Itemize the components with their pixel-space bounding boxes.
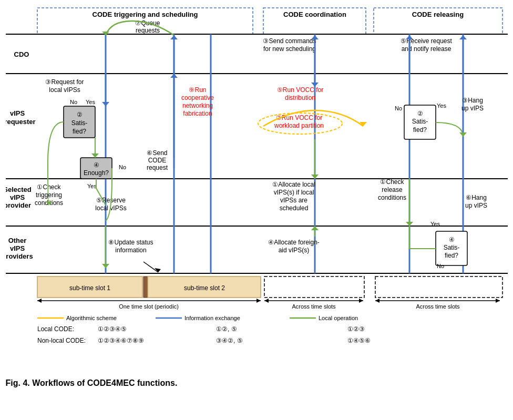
svg-text:①②, ⑤: ①②, ⑤: [216, 325, 237, 333]
svg-text:①Check: ①Check: [380, 178, 404, 186]
svg-text:①②③④⑤: ①②③④⑤: [98, 325, 127, 333]
svg-text:Yes: Yes: [86, 99, 95, 105]
svg-text:No: No: [119, 164, 126, 170]
svg-text:No: No: [395, 105, 402, 111]
svg-text:Across time slots: Across time slots: [292, 303, 336, 310]
svg-text:networking: networking: [182, 102, 212, 109]
diagram-svg: CODE triggering and scheduling CODE coor…: [6, 5, 508, 373]
svg-text:No: No: [70, 99, 77, 105]
svg-text:CODE coordination: CODE coordination: [283, 11, 346, 18]
svg-text:Satis-: Satis-: [443, 244, 459, 251]
svg-text:fied?: fied?: [72, 128, 86, 135]
svg-text:①②③④⑥⑦⑧⑨: ①②③④⑥⑦⑧⑨: [98, 337, 144, 344]
svg-text:②: ②: [76, 111, 82, 118]
svg-text:Information exchange: Information exchange: [184, 315, 240, 321]
svg-text:Yes: Yes: [87, 183, 97, 189]
svg-text:sub-time slot 2: sub-time slot 2: [183, 284, 224, 292]
svg-text:①Allocate local: ①Allocate local: [272, 181, 315, 188]
svg-text:①②③: ①②③: [347, 325, 365, 333]
svg-text:Enough?: Enough?: [83, 169, 108, 177]
svg-text:⑥Hang: ⑥Hang: [466, 194, 487, 201]
svg-text:request: request: [146, 164, 168, 171]
svg-text:sub-time slot 1: sub-time slot 1: [69, 284, 110, 292]
svg-text:①④⑤⑥: ①④⑤⑥: [347, 337, 371, 344]
svg-text:③Hang: ③Hang: [462, 97, 483, 104]
svg-text:fabrication: fabrication: [183, 110, 212, 117]
svg-text:for new scheduling: for new scheduling: [263, 45, 315, 53]
svg-text:Satis-: Satis-: [412, 118, 428, 125]
figure-caption: Fig. 4. Workflows of CODE4MEC functions.: [6, 378, 508, 388]
svg-text:cooperative: cooperative: [181, 94, 213, 101]
svg-text:⑤Run VOCC for: ⑤Run VOCC for: [276, 86, 323, 94]
svg-text:up vIPS: up vIPS: [461, 105, 483, 112]
svg-text:vIPS: vIPS: [9, 193, 25, 201]
svg-text:information: information: [115, 247, 146, 254]
svg-text:No: No: [437, 263, 444, 269]
svg-text:requester: requester: [6, 118, 36, 126]
svg-text:CODE: CODE: [148, 157, 166, 164]
svg-text:CODE releasing: CODE releasing: [412, 11, 463, 18]
svg-text:triggering: triggering: [35, 191, 61, 199]
svg-text:vIPS: vIPS: [9, 244, 25, 252]
svg-text:①Check: ①Check: [37, 183, 61, 191]
svg-text:Yes: Yes: [437, 103, 446, 109]
svg-text:CDO: CDO: [14, 50, 29, 58]
svg-text:requests: requests: [135, 27, 159, 34]
svg-text:Algorithmic scheme: Algorithmic scheme: [66, 315, 117, 321]
svg-text:Local CODE:: Local CODE:: [37, 325, 74, 333]
svg-text:distribution: distribution: [284, 94, 315, 101]
diagram-wrapper: CODE triggering and scheduling CODE coor…: [6, 5, 508, 373]
svg-text:⑧Update status: ⑧Update status: [108, 239, 153, 246]
svg-text:③④②, ⑤: ③④②, ⑤: [216, 337, 243, 344]
svg-text:②Run VOCC for: ②Run VOCC for: [275, 114, 322, 121]
svg-rect-121: [143, 276, 148, 298]
svg-text:providers: providers: [6, 252, 33, 260]
svg-text:One time slot (periodic): One time slot (periodic): [119, 303, 179, 310]
svg-text:③Send commands: ③Send commands: [263, 37, 316, 45]
svg-text:③Request for: ③Request for: [45, 78, 84, 86]
svg-text:vIPSs are: vIPSs are: [280, 197, 307, 204]
svg-text:CODE triggering and scheduling: CODE triggering and scheduling: [92, 11, 198, 18]
svg-text:④: ④: [448, 236, 454, 243]
svg-text:⑥Send: ⑥Send: [147, 149, 167, 157]
svg-text:up vIPS: up vIPS: [465, 202, 487, 209]
svg-text:Across time slots: Across time slots: [416, 303, 460, 310]
svg-text:aid vIPS(s): aid vIPS(s): [278, 247, 309, 254]
svg-text:local vIPSs: local vIPSs: [49, 86, 80, 94]
svg-text:fied?: fied?: [444, 252, 458, 259]
svg-text:⑨Run: ⑨Run: [189, 86, 206, 94]
svg-text:provider: provider: [6, 201, 31, 209]
svg-text:Yes: Yes: [430, 221, 440, 227]
svg-text:Non-local CODE:: Non-local CODE:: [37, 337, 86, 344]
svg-text:Local operation: Local operation: [319, 315, 358, 321]
svg-text:Satis-: Satis-: [71, 119, 87, 127]
svg-text:Selected: Selected: [6, 186, 32, 193]
svg-text:vIPS: vIPS: [9, 109, 25, 117]
svg-text:release: release: [382, 186, 403, 193]
main-container: CODE triggering and scheduling CODE coor…: [6, 5, 508, 388]
svg-text:vIPS(s) if local: vIPS(s) if local: [273, 189, 314, 196]
svg-text:conditions: conditions: [377, 194, 406, 201]
figure-caption-text: Fig. 4. Workflows of CODE4MEC functions.: [6, 378, 178, 387]
svg-text:fied?: fied?: [413, 126, 426, 134]
svg-text:workload partition: workload partition: [273, 122, 323, 129]
svg-text:④: ④: [93, 161, 99, 169]
svg-text:Other: Other: [8, 237, 26, 244]
svg-text:scheduled: scheduled: [279, 204, 308, 212]
svg-text:②: ②: [417, 110, 423, 117]
svg-text:④Allocate foreign-: ④Allocate foreign-: [268, 239, 320, 246]
